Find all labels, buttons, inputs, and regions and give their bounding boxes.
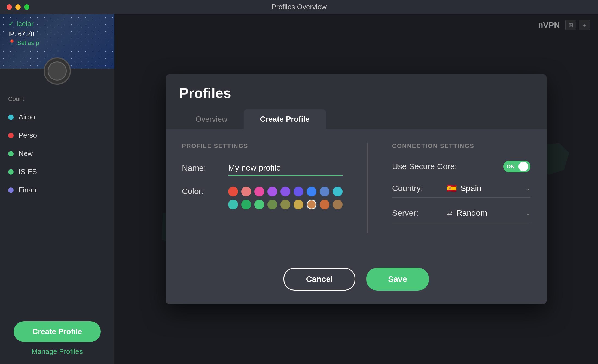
color-row-1 [228,187,343,196]
server-dropdown[interactable]: ⇄ Random ⌄ [447,208,530,218]
connection-settings-heading: CONNECTION SETTINGS [392,143,530,150]
color-grid [228,187,343,209]
profile-list: Airpo Perso New IS-ES Finan [0,105,114,313]
color-swatch-blue-mid[interactable] [320,187,329,196]
main-content: nVPN ⊞ ＋ Profiles Overview Create Profil… [114,14,598,364]
server-row: Server: ⇄ Random ⌄ [392,208,530,222]
color-swatch-olive[interactable] [280,200,290,209]
profile-settings-section: PROFILE SETTINGS Name: Color: [182,143,343,233]
sidebar-item-label: Perso [19,131,37,140]
color-swatch-red[interactable] [228,187,238,196]
color-swatch-pink-light[interactable] [241,187,251,196]
country-label: Country: [392,184,447,193]
color-swatch-orange[interactable] [307,200,316,209]
color-row-2 [228,200,343,209]
close-button[interactable] [7,4,12,10]
color-swatch-teal[interactable] [333,187,343,196]
chevron-down-icon: ⌄ [525,184,530,192]
color-swatch-purple-light[interactable] [267,187,277,196]
ip-address: IP: 67.20 [8,30,106,38]
modal: Profiles Overview Create Profile PROFILE… [166,74,547,304]
modal-sections: PROFILE SETTINGS Name: Color: [182,143,530,233]
color-swatch-olive-green[interactable] [267,200,277,209]
sidebar-item-label: IS-ES [19,168,37,176]
connection-button-area [0,49,114,93]
sidebar: ✓ Icelar IP: 67.20 📍 Set as p Count Airp… [0,14,114,364]
toggle-on-label: ON [507,164,515,170]
country-row: Country: 🇪🇸 Spain ⌄ [392,183,530,198]
sidebar-dot [8,187,14,193]
modal-overlay: Profiles Overview Create Profile PROFILE… [114,14,598,364]
color-swatch-blue[interactable] [307,187,316,196]
tab-overview[interactable]: Overview [179,109,244,129]
location-label: 📍 Set as p [8,39,106,47]
secure-core-row: Use Secure Core: ON [392,161,530,172]
connection-button[interactable] [44,57,71,85]
title-bar: Profiles Overview [0,0,598,14]
sidebar-dot [8,133,14,138]
sidebar-top-info: ✓ Icelar IP: 67.20 📍 Set as p [0,14,114,49]
sidebar-item-label: Airpo [19,113,35,121]
sidebar-item-label: New [19,149,33,158]
sidebar-item[interactable]: New [0,144,114,163]
connection-button-inner [48,61,67,81]
color-swatch-green-dark[interactable] [241,200,251,209]
color-swatch-orange-dark[interactable] [320,200,329,209]
server-value: Random [456,208,487,218]
color-swatch-purple[interactable] [280,187,290,196]
color-swatch-green[interactable] [254,200,264,209]
maximize-button[interactable] [24,4,29,10]
country-flag: 🇪🇸 [447,183,457,193]
window-title: Profiles Overview [271,3,327,11]
sidebar-item[interactable]: Airpo [0,108,114,126]
secure-core-toggle[interactable]: ON [503,161,530,172]
toggle-knob [518,162,528,171]
connection-name: ✓ Icelar [8,20,106,28]
color-swatch-pink[interactable] [254,187,264,196]
color-row: Color: [182,187,343,209]
cancel-button[interactable]: Cancel [283,268,355,291]
modal-tabs: Overview Create Profile [179,109,533,129]
manage-profiles-link[interactable]: Manage Profiles [32,347,83,356]
tab-create-profile[interactable]: Create Profile [244,109,326,129]
color-swatch-brown[interactable] [333,200,343,209]
pin-icon: 📍 [8,39,16,47]
color-swatch-yellow[interactable] [294,200,303,209]
sidebar-item-label: Finan [19,186,36,194]
sidebar-item[interactable]: Perso [0,126,114,144]
country-label: Count [0,93,114,105]
profile-settings-heading: PROFILE SETTINGS [182,143,343,150]
sidebar-dot [8,115,14,120]
server-label: Server: [392,208,447,218]
connection-settings-section: CONNECTION SETTINGS Use Secure Core: ON [392,143,530,233]
name-row: Name: [182,161,343,176]
sidebar-item[interactable]: Finan [0,181,114,199]
create-profile-button[interactable]: Create Profile [14,321,101,342]
color-swatch-violet[interactable] [294,187,303,196]
name-label: Name: [182,164,220,173]
chevron-down-icon: ⌄ [525,209,530,217]
app-container: ✓ Icelar IP: 67.20 📍 Set as p Count Airp… [0,14,598,364]
section-divider [367,143,368,233]
profile-name-input[interactable] [228,161,343,176]
sidebar-footer: Create Profile Manage Profiles [0,313,114,364]
modal-title: Profiles [179,85,533,101]
modal-body: PROFILE SETTINGS Name: Color: [166,129,547,260]
window-controls[interactable] [7,4,29,10]
country-dropdown[interactable]: 🇪🇸 Spain ⌄ [447,183,530,193]
color-label: Color: [182,187,220,196]
modal-header: Profiles Overview Create Profile [166,74,547,129]
secure-core-label: Use Secure Core: [392,162,503,171]
sidebar-item[interactable]: IS-ES [0,163,114,181]
sidebar-dot [8,151,14,156]
save-button[interactable]: Save [366,268,429,291]
sidebar-dot [8,169,14,175]
minimize-button[interactable] [15,4,21,10]
country-value: Spain [460,184,481,193]
shuffle-icon: ⇄ [447,209,453,217]
modal-footer: Cancel Save [166,260,547,304]
check-icon: ✓ [8,20,14,28]
color-swatch-teal-green[interactable] [228,200,238,209]
